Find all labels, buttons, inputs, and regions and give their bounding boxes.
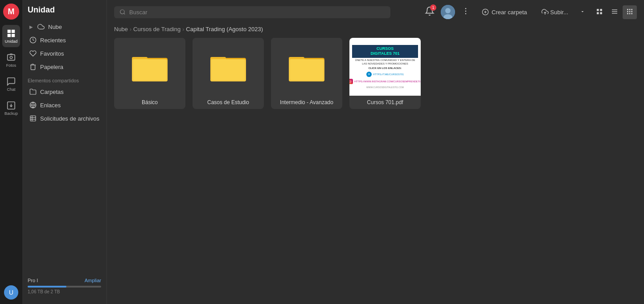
sidebar-item-solicitudes[interactable]: Solicitudes de archivos [24, 112, 105, 125]
sidebar-item-papelera-label: Papelera [40, 64, 63, 70]
svg-rect-25 [597, 12, 599, 14]
breadcrumb-sep-2: › [182, 26, 184, 32]
svg-rect-26 [600, 12, 602, 14]
upload-button[interactable]: Subir... [537, 6, 573, 18]
storage-section: Pro I Ampliar 1,06 TB de 2 TB [22, 273, 107, 299]
sidebar-item-recientes-label: Recientes [40, 37, 66, 44]
upload-label: Subir... [550, 9, 568, 16]
pdf-body-text: ÚNETE A NUESTRA COMUNIDAD Y ENTERA DE LA… [353, 59, 417, 66]
pdf-header: CURSOS DIGITALES 701 [352, 45, 418, 58]
file-card-pdf[interactable]: CURSOS DIGITALES 701 ÚNETE A NUESTRA COM… [349, 38, 421, 109]
nav-unidad[interactable]: Unidad [2, 25, 20, 47]
upload-icon [541, 8, 549, 16]
storage-upgrade-btn[interactable]: Ampliar [85, 278, 101, 283]
nav-fotos[interactable]: Fotos [2, 49, 20, 71]
enlaces-icon [29, 101, 37, 109]
breadcrumb: Nube › Cursos de Trading › Capital Tradi… [107, 24, 644, 38]
nav-backup-label: Backup [4, 111, 18, 116]
favoritos-icon [29, 50, 37, 57]
search-bar [114, 6, 390, 18]
nav-backup[interactable]: Backup [2, 97, 20, 119]
nav-fotos-label: Fotos [6, 63, 16, 68]
svg-rect-30 [627, 9, 628, 10]
pdf-header-line2: DIGITALES 701 [354, 51, 416, 57]
avatar-image [441, 5, 455, 19]
sidebar-item-enlaces-label: Enlaces [40, 102, 61, 109]
nav-chat[interactable]: Chat [2, 73, 20, 95]
svg-rect-38 [631, 13, 632, 14]
svg-point-1 [10, 56, 12, 59]
sidebar-item-carpetas[interactable]: Carpetas [24, 85, 105, 98]
icon-bar-bottom: U [4, 285, 18, 304]
create-folder-button[interactable]: Crear carpeta [476, 6, 532, 18]
caret-down-icon [580, 9, 585, 14]
pdf-preview: CURSOS DIGITALES 701 ÚNETE A NUESTRA COM… [349, 38, 421, 96]
svg-line-12 [124, 13, 125, 15]
user-avatar-small[interactable]: U [4, 285, 18, 300]
main-content: 1 [107, 0, 644, 304]
pdf-body: ÚNETE A NUESTRA COMUNIDAD Y ENTERA DE LA… [352, 58, 418, 71]
storage-info: 1,06 TB de 2 TB [28, 289, 101, 294]
breadcrumb-cursos[interactable]: Cursos de Trading [133, 26, 180, 32]
recientes-icon [29, 36, 37, 44]
sidebar-item-recientes[interactable]: Recientes [24, 33, 105, 47]
file-card-intermedio[interactable]: Intermedio - Avanzado [271, 38, 342, 109]
cloud-icon [37, 23, 45, 30]
breadcrumb-nube[interactable]: Nube [114, 26, 128, 32]
nav-chat-label: Chat [7, 87, 15, 92]
sidebar-item-favoritos-label: Favoritos [40, 50, 64, 57]
view-list-button[interactable] [607, 5, 622, 19]
backup-icon [6, 101, 16, 110]
user-avatar[interactable] [441, 5, 455, 19]
create-folder-label: Crear carpeta [492, 9, 527, 16]
svg-point-16 [465, 8, 467, 9]
sidebar-item-enlaces[interactable]: Enlaces [24, 98, 105, 112]
sidebar-item-carpetas-label: Carpetas [40, 89, 64, 95]
sidebar-item-favoritos[interactable]: Favoritos [24, 47, 105, 60]
search-input[interactable] [129, 9, 385, 16]
notification-button[interactable]: 1 [423, 4, 436, 20]
svg-rect-42 [133, 59, 166, 80]
folder-icon-basico [132, 53, 168, 81]
pdf-cta: CLICK EN LOS ENLACES: [353, 67, 417, 70]
svg-point-14 [445, 8, 451, 13]
create-folder-icon [482, 8, 489, 16]
svg-rect-50 [290, 59, 323, 80]
sidebar-item-solicitudes-label: Solicitudes de archivos [40, 115, 99, 122]
sidebar-item-papelera[interactable]: Papelera [24, 60, 105, 73]
file-card-casos[interactable]: Casos de Estudio [193, 38, 264, 109]
pdf-footer: WWW.CURSOSDIGITALES701.COM [366, 86, 404, 89]
storage-plan: Pro I [28, 278, 38, 283]
sidebar-item-nube[interactable]: ▶ Nube [24, 20, 105, 33]
upload-dropdown-button[interactable] [577, 6, 588, 18]
unidad-icon [6, 28, 16, 38]
instagram-icon: ◎ [349, 79, 353, 84]
svg-point-17 [465, 11, 467, 12]
file-card-basico[interactable]: Básico [114, 38, 185, 109]
solicitudes-icon [29, 115, 37, 122]
telegram-icon: ✈ [366, 72, 372, 77]
view-grid-icon [626, 8, 633, 15]
view-grid-button[interactable] [623, 5, 637, 19]
more-button[interactable] [459, 5, 472, 19]
sidebar-item-nube-label: Nube [48, 24, 62, 30]
file-card-casos-name: Casos de Estudio [193, 96, 264, 109]
view-large-icon [596, 8, 603, 15]
view-large-icon-button[interactable] [592, 5, 607, 19]
svg-rect-46 [212, 59, 245, 80]
top-bar-right: 1 [423, 4, 637, 20]
chat-icon [6, 77, 16, 86]
storage-bar-fill [28, 286, 66, 288]
papelera-icon [29, 63, 37, 70]
file-grid: Básico Casos de Estudio [107, 38, 644, 304]
svg-rect-34 [629, 11, 631, 12]
app-logo[interactable]: M [3, 4, 19, 20]
folder-preview-intermedio [271, 38, 342, 96]
svg-rect-37 [629, 13, 631, 14]
view-list-icon [611, 8, 618, 15]
storage-bar-bg [28, 286, 101, 288]
folder-icon-intermedio [289, 53, 324, 81]
file-card-pdf-name: Cursos 701.pdf [349, 96, 421, 109]
file-card-intermedio-name: Intermedio - Avanzado [271, 96, 342, 109]
view-toggle [592, 5, 637, 19]
